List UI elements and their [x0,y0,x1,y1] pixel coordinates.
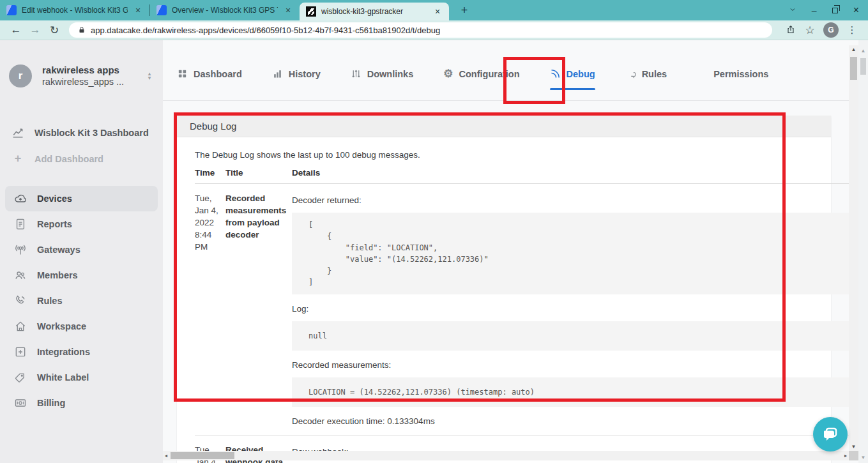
row-divider [195,427,857,436]
code-block: [ { "field": "LOCATION", "value": "(14.5… [292,213,857,294]
detail-label: Log: [292,303,857,314]
tab-rules[interactable]: Rules [625,68,667,90]
tab-configuration[interactable]: ⚙ Configuration [443,68,519,90]
unfold-chevrons-icon[interactable]: ▴▾ [145,72,154,80]
column-header-details: Details [292,168,857,184]
sidebar-item-label: Reports [37,219,72,229]
browser-tab-title: Edit webhook - Wisblock Kit3 GP [22,6,128,15]
code-block: null [292,321,857,351]
main-panel: Dashboard History Downlinks ⚙ Configurat… [163,40,868,463]
sidebar-item-devices[interactable]: Devices [5,186,158,211]
browser-tab-title: wisblock-kit3-gpstracker [321,7,427,16]
sidebar-item-members[interactable]: Members [5,262,158,288]
browser-tab-2[interactable]: Overview - Wisblock Kit3 GPS Tra × [150,0,300,20]
sidebar-item-label: Gateways [37,245,80,255]
browser-tab-active[interactable]: wisblock-kit3-gpstracker × [300,3,449,20]
banknote-icon [14,397,27,409]
scroll-down-icon[interactable]: ▼ [858,455,868,460]
sidebar-item-workspace[interactable]: Workspace [5,314,158,339]
workspace-name: rakwireless apps [42,64,135,76]
people-icon [14,269,27,282]
content-horizontal-scrollbar[interactable]: ◂ ▸ [163,451,849,460]
debug-log-intro: The Debug Log shows the last up to 100 d… [195,150,818,160]
scroll-left-icon[interactable]: ◂ [165,451,167,460]
tab-label: Permissions [713,69,768,79]
tab-dashboard[interactable]: Dashboard [177,68,242,90]
sidebar-item-label: Workspace [37,321,86,331]
tag-icon [14,371,27,384]
window-controls: – × [789,0,868,20]
sidebar-item-reports[interactable]: Reports [5,211,158,237]
tab-history[interactable]: History [272,68,321,90]
add-dashboard-label: Add Dashboard [34,154,103,164]
url-bar[interactable]: app.datacake.de/rakwireless-apps/devices… [69,22,772,38]
scroll-up-icon[interactable]: ▲ [849,47,858,52]
add-dashboard-button[interactable]: + Add Dashboard [0,146,163,172]
antenna-icon [14,243,27,256]
bar-chart-icon [272,68,283,79]
browser-window: Edit webhook - Wisblock Kit3 GP × Overvi… [0,0,868,463]
tab-debug[interactable]: Debug [550,68,595,90]
chat-widget-button[interactable] [813,417,848,452]
browser-toolbar: ← → ↻ app.datacake.de/rakwireless-apps/d… [0,20,868,40]
workspace-avatar: r [9,65,32,87]
home-icon [14,320,27,333]
ttn-favicon [6,5,17,15]
workspace-names: rakwireless apps rakwireless_apps ... [42,64,135,88]
dashboard-link-label: Wisblock Kit 3 Dashboard [34,128,149,138]
horizontal-scrollbar-thumb[interactable] [171,452,234,459]
forward-button[interactable]: → [26,24,45,36]
tab-permissions[interactable]: Permissions [697,68,768,90]
rss-icon [550,68,561,79]
tab-search-chevron-icon[interactable] [789,6,796,15]
sidebar-item-wisblock-dashboard[interactable]: Wisblock Kit 3 Dashboard [0,120,163,146]
browser-tab-1[interactable]: Edit webhook - Wisblock Kit3 GP × [0,0,149,20]
sidebar-item-integrations[interactable]: Integrations [5,339,158,365]
line-chart-icon [11,126,24,139]
scroll-up-icon[interactable]: ▲ [858,48,868,54]
minimize-button[interactable]: – [812,6,817,15]
tab-close-icon[interactable]: × [283,5,293,15]
people-icon [697,68,708,79]
tab-close-icon[interactable]: × [432,6,443,17]
scroll-right-icon[interactable]: ▸ [844,451,847,460]
back-button[interactable]: ← [6,24,26,36]
scroll-down-icon[interactable]: ▼ [849,444,858,450]
debug-log-body: The Debug Log shows the last up to 100 d… [177,137,831,463]
reload-button[interactable]: ↻ [45,24,64,37]
workspace-selector[interactable]: r rakwireless apps rakwireless_apps ... … [9,64,154,88]
vertical-scrollbar-thumb[interactable] [850,57,857,80]
chat-bubbles-icon [625,68,636,79]
speech-bubble-icon [821,425,839,443]
sidebar-item-label: Billing [37,398,65,408]
code-block: LOCATION = (14.52262,121.07336) (timesta… [292,377,857,407]
sidebar-item-white-label[interactable]: White Label [5,365,158,390]
tab-label: Downlinks [367,69,414,79]
gear-icon: ⚙ [443,68,453,79]
sidebar-item-gateways[interactable]: Gateways [5,237,158,262]
tab-downlinks[interactable]: Downlinks [351,68,414,90]
log-row-title: Recorded measurements from payload decod… [225,184,292,427]
lock-icon [78,26,86,34]
new-tab-button[interactable]: + [457,4,472,17]
content-vertical-scrollbar[interactable]: ▲ ▼ [849,45,858,451]
tab-close-icon[interactable]: × [133,5,143,15]
restore-window-button[interactable] [832,8,838,13]
bookmark-star-icon[interactable]: ☆ [800,24,819,37]
detail-label: Decoder returned: [292,195,857,206]
close-window-button[interactable]: × [853,5,859,15]
browser-profile-avatar[interactable]: G [823,22,839,38]
debug-log-table: Time Title Details Tue, Jan 4, 2022 8:44… [195,168,818,463]
tab-label: Dashboard [194,69,242,79]
sidebar-item-rules[interactable]: Rules [5,288,158,314]
overflow-menu-icon[interactable]: ⋮ [842,24,862,36]
column-header-time: Time [195,168,225,184]
window-scrollbar-thumb[interactable] [860,58,866,75]
share-icon[interactable] [781,24,800,36]
plus-icon: + [11,152,24,165]
sidebar-item-billing[interactable]: Billing [5,390,158,416]
browser-tab-bar: Edit webhook - Wisblock Kit3 GP × Overvi… [0,0,868,20]
window-vertical-scrollbar[interactable]: ▲ ▼ [858,40,868,463]
sidebar-item-label: Rules [37,296,63,306]
tab-label: Rules [642,69,667,79]
